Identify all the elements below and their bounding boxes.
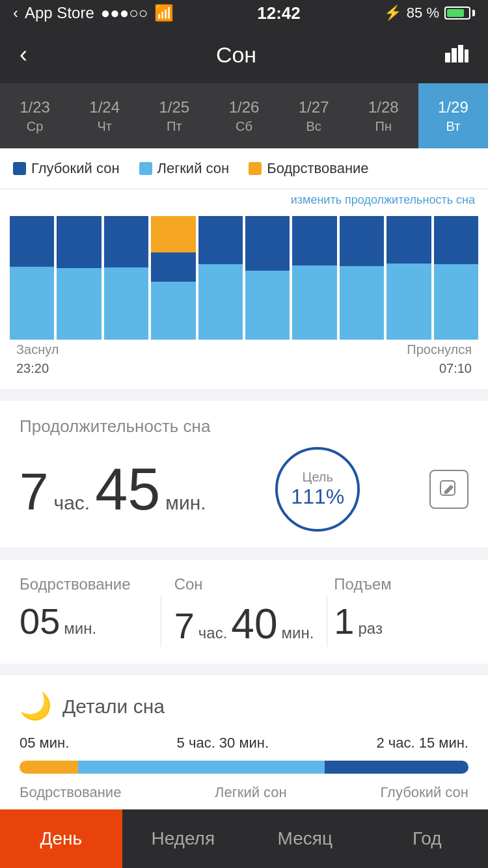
svg-rect-1 (452, 48, 457, 62)
date-item-Вт[interactable]: 1/29Вт (418, 83, 488, 148)
detail-wake-val: 05 мин. (20, 735, 69, 752)
back-arrow-status: ‹ (13, 4, 18, 22)
minutes-unit: мин. (165, 492, 206, 514)
status-bar: ‹ App Store ●●●○○ 📶 12:42 ⚡ 85 % (0, 0, 488, 26)
back-button[interactable]: ‹ (20, 41, 27, 68)
wake-stat: Бодрствование 05 мин. (13, 575, 161, 642)
edit-button[interactable] (429, 470, 468, 509)
wifi-icon: 📶 (154, 4, 174, 22)
rise-value: 1 раз (334, 600, 468, 642)
sub-stats: Бодрствование 05 мин. Сон 7 час. 40 мин.… (0, 559, 488, 664)
tab-Неделя[interactable]: Неделя (122, 809, 245, 868)
detail-wake-label: Бодрствование (20, 784, 121, 801)
duration-block: 7 час. 45 мин. (20, 460, 206, 519)
nav-bar: ‹ Сон (0, 26, 488, 83)
wake-value: 05 мин. (20, 600, 154, 642)
date-item-Пт[interactable]: 1/25Пт (139, 83, 209, 148)
battery-icon (444, 7, 475, 20)
detail-deep-val: 2 час. 15 мин. (376, 735, 468, 752)
date-item-Чт[interactable]: 1/24Чт (70, 83, 139, 148)
svg-rect-3 (465, 49, 468, 62)
bar-group (340, 210, 384, 340)
stats-section: Продолжительность сна 7 час. 45 мин. Цел… (0, 401, 488, 547)
chart-time-right: 07:10 (439, 361, 472, 376)
bar-group (57, 210, 101, 340)
sleep-stat: Сон 7 час. 40 мин. (161, 575, 327, 648)
bluetooth-icon: ⚡ (384, 5, 401, 21)
pb-light (78, 761, 325, 774)
signal-dots: ●●●○○ (101, 4, 148, 22)
details-title: Детали сна (62, 696, 165, 718)
tab-День[interactable]: День (0, 809, 122, 868)
legend-item: Легкий сон (139, 160, 230, 177)
hours-value: 7 (20, 466, 49, 518)
tab-bar: ДеньНеделяМесяцГод (0, 809, 488, 868)
goal-label: Цель (303, 470, 333, 485)
sleep-hours: 7 (174, 604, 195, 647)
bar-group (10, 210, 54, 340)
carrier-label: App Store (25, 4, 94, 22)
sleep-hours-unit: час. (198, 624, 228, 642)
moon-icon: 🌙 (20, 691, 52, 722)
wake-unit: мин. (64, 619, 96, 638)
chart-container (7, 210, 481, 340)
detail-light-label: Легкий сон (215, 784, 287, 801)
bar-group (434, 210, 478, 340)
legend-item: Глубокий сон (13, 160, 120, 177)
hours-unit: час. (54, 492, 90, 514)
duration-label: Продолжительность сна (20, 416, 468, 437)
sleep-minutes-unit: мин. (282, 624, 314, 642)
pb-wake (20, 761, 78, 774)
chart-icon[interactable] (445, 43, 468, 67)
chart-label-left: Заснул (16, 342, 59, 357)
chart-labels: Заснул Проснулся (7, 340, 481, 360)
goal-percent: 111% (291, 485, 344, 509)
legend: Глубокий сонЛегкий сонБодрствование (0, 148, 488, 189)
tab-Год[interactable]: Год (366, 809, 489, 868)
svg-rect-0 (445, 53, 450, 62)
sleep-details: 🌙 Детали сна 05 мин. 5 час. 30 мин. 2 ча… (0, 675, 488, 817)
rise-unit: раз (359, 619, 383, 638)
date-item-Пн[interactable]: 1/28Пн (349, 83, 418, 148)
svg-rect-2 (458, 45, 463, 62)
sleep-value: 7 час. 40 мин. (174, 600, 314, 648)
progress-bar (20, 761, 468, 774)
date-item-Сб[interactable]: 1/26Сб (209, 83, 278, 148)
rise-num: 1 (334, 600, 354, 642)
tab-Месяц[interactable]: Месяц (244, 809, 366, 868)
rise-label: Подъем (334, 575, 468, 593)
bar-group (198, 210, 243, 340)
minutes-value: 45 (95, 460, 160, 519)
page-title: Сон (216, 42, 256, 68)
sleep-label: Сон (174, 575, 314, 593)
sleep-minutes: 40 (231, 600, 277, 648)
date-item-Ср[interactable]: 1/23Ср (0, 83, 70, 148)
goal-circle: Цель 111% (275, 447, 360, 532)
date-item-Вс[interactable]: 1/27Вс (279, 83, 349, 148)
legend-item: Бодрствование (249, 160, 368, 177)
chart-times: 23:20 07:10 (7, 360, 481, 383)
details-header: 🌙 Детали сна (20, 691, 468, 722)
stats-main-row: 7 час. 45 мин. Цель 111% (20, 447, 468, 532)
battery-percent: 85 % (407, 5, 439, 21)
chart-label-right: Проснулся (407, 342, 472, 357)
bar-group (292, 210, 336, 340)
bar-group (245, 210, 290, 340)
bar-group (151, 210, 195, 340)
rise-stat: Подъем 1 раз (327, 575, 475, 642)
clock: 12:42 (257, 3, 301, 23)
chart-link[interactable]: изменить продолжительность сна (7, 189, 481, 210)
detail-deep-label: Глубокий сон (380, 784, 468, 801)
details-labels: Бодрствование Легкий сон Глубокий сон (20, 784, 468, 801)
details-values: 05 мин. 5 час. 30 мин. 2 час. 15 мин. (20, 735, 468, 752)
bar-group (386, 210, 431, 340)
chart-time-left: 23:20 (16, 361, 49, 376)
bar-group (104, 210, 148, 340)
chart-area: изменить продолжительность сна Заснул Пр… (0, 189, 488, 389)
status-left: ‹ App Store ●●●○○ 📶 (13, 4, 174, 22)
date-selector: 1/23Ср1/24Чт1/25Пт1/26Сб1/27Вс1/28Пн1/29… (0, 83, 488, 148)
status-right: ⚡ 85 % (384, 5, 475, 21)
detail-light-val: 5 час. 30 мин. (177, 735, 269, 752)
wake-label: Бодрствование (20, 575, 154, 593)
wake-num: 05 (20, 600, 60, 642)
